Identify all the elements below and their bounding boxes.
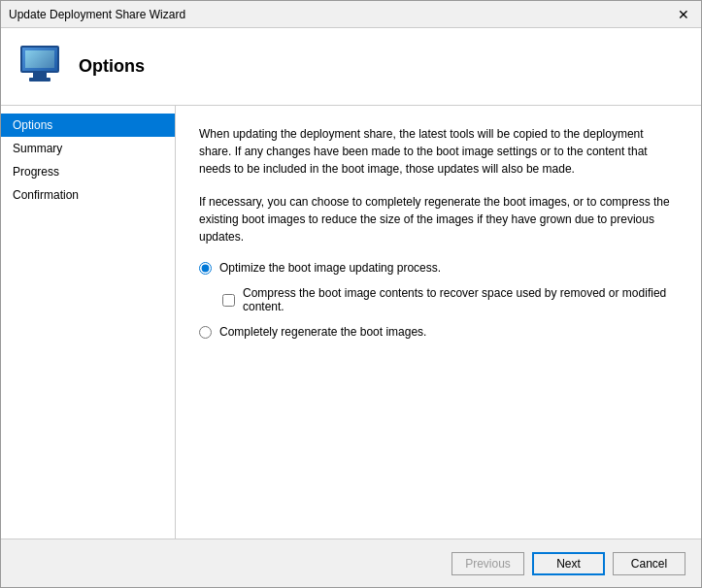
wizard-header: Options (1, 28, 701, 106)
radio-optimize-label: Optimize the boot image updating process… (219, 261, 441, 275)
checkbox-compress-input[interactable] (222, 294, 235, 307)
sidebar-item-options[interactable]: Options (1, 114, 175, 137)
base-icon (29, 78, 50, 82)
wizard-window: Update Deployment Share Wizard ✕ Options… (0, 0, 702, 588)
radio-regenerate-input[interactable] (199, 326, 212, 339)
radio-optimize-option[interactable]: Optimize the boot image updating process… (199, 261, 678, 275)
sidebar: Options Summary Progress Confirmation (1, 106, 176, 539)
next-button[interactable]: Next (532, 552, 605, 575)
checkbox-compress-label: Compress the boot image contents to reco… (243, 286, 678, 313)
content-area: When updating the deployment share, the … (176, 106, 701, 539)
radio-regenerate-label: Completely regenerate the boot images. (219, 325, 426, 339)
window-title: Update Deployment Share Wizard (9, 8, 185, 21)
sidebar-item-progress[interactable]: Progress (1, 160, 175, 183)
wizard-icon (17, 44, 63, 90)
description-text-1: When updating the deployment share, the … (199, 125, 678, 178)
close-button[interactable]: ✕ (674, 5, 693, 24)
description-text-2: If necessary, you can choose to complete… (199, 193, 678, 245)
title-bar: Update Deployment Share Wizard ✕ (1, 1, 701, 28)
page-title: Options (79, 56, 145, 77)
wizard-body: Options Summary Progress Confirmation Wh… (1, 106, 701, 539)
footer: Previous Next Cancel (1, 539, 701, 587)
sidebar-item-confirmation[interactable]: Confirmation (1, 183, 175, 207)
monitor-icon (20, 46, 59, 73)
radio-regenerate-option[interactable]: Completely regenerate the boot images. (199, 325, 678, 339)
sidebar-item-summary[interactable]: Summary (1, 137, 175, 160)
checkbox-compress-option[interactable]: Compress the boot image contents to reco… (222, 286, 678, 313)
cancel-button[interactable]: Cancel (613, 552, 685, 575)
screen-icon (25, 50, 54, 68)
previous-button[interactable]: Previous (451, 552, 524, 575)
options-section: Optimize the boot image updating process… (199, 261, 678, 339)
radio-optimize-input[interactable] (199, 262, 212, 275)
